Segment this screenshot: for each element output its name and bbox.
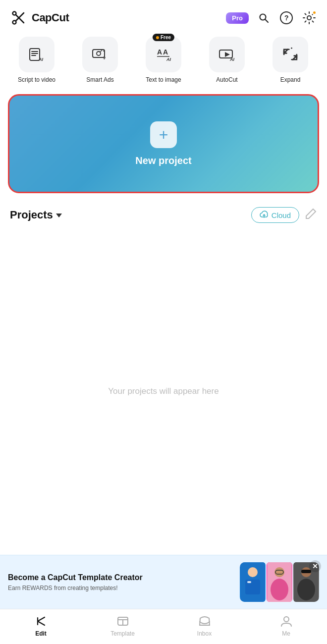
- ad-text-content: Become a CapCut Template Creator Earn RE…: [8, 573, 240, 592]
- svg-rect-10: [30, 49, 40, 60]
- svg-point-42: [297, 579, 315, 600]
- svg-point-3: [13, 21, 16, 24]
- quick-action-smart-ads[interactable]: + Smart Ads: [69, 37, 131, 83]
- logo-area: CapCut: [10, 9, 69, 27]
- ad-close-button[interactable]: ✕: [309, 560, 321, 572]
- help-button[interactable]: ?: [278, 10, 294, 26]
- svg-point-37: [271, 579, 288, 600]
- svg-point-9: [307, 16, 311, 20]
- template-nav-icon: [116, 614, 130, 628]
- svg-text:A: A: [163, 48, 168, 56]
- quick-action-label: Smart Ads: [86, 76, 113, 83]
- new-project-label: New project: [135, 155, 191, 166]
- svg-line-43: [38, 617, 45, 621]
- nav-item-inbox[interactable]: Inbox: [164, 614, 245, 637]
- edit-nav-icon: [34, 614, 48, 628]
- svg-text:AI: AI: [166, 57, 171, 62]
- new-project-wrapper: + New project: [0, 89, 327, 198]
- svg-marker-26: [225, 52, 230, 57]
- svg-rect-34: [247, 581, 251, 583]
- nav-item-edit[interactable]: Edit: [0, 614, 82, 637]
- ad-title: Become a CapCut Template Creator: [8, 573, 240, 583]
- quick-action-text-to-image[interactable]: Free A A AI Text to image: [133, 37, 194, 83]
- svg-line-44: [38, 621, 45, 625]
- quick-action-label: Script to video: [18, 76, 55, 83]
- plus-icon: +: [150, 121, 177, 148]
- projects-title: Projects: [10, 209, 53, 221]
- svg-text:?: ?: [284, 14, 289, 22]
- cloud-label: Cloud: [272, 211, 291, 219]
- pro-badge[interactable]: Pro: [226, 12, 249, 24]
- ad-subtitle: Earn REWARDS from creating templates!: [8, 585, 240, 591]
- quick-actions-row: AI Script to video + Smart Ads Free: [0, 33, 327, 89]
- quick-action-label: Text to image: [146, 76, 181, 83]
- svg-text:+: +: [103, 56, 106, 61]
- bottom-nav: Edit Template Inbox Me: [0, 609, 327, 644]
- quick-action-autocut[interactable]: AI AutoCut: [196, 37, 258, 83]
- svg-line-6: [266, 20, 269, 23]
- svg-text:A: A: [157, 48, 162, 56]
- nav-label-me: Me: [282, 630, 290, 637]
- nav-item-me[interactable]: Me: [245, 614, 327, 637]
- free-badge: Free: [153, 34, 174, 41]
- nav-label-template: Template: [110, 630, 135, 637]
- ad-banner: Become a CapCut Template Creator Earn RE…: [0, 555, 327, 609]
- svg-point-49: [284, 617, 289, 622]
- projects-title-row: Projects: [10, 209, 62, 221]
- header: CapCut Pro ?: [0, 0, 327, 33]
- inbox-nav-icon: [198, 614, 212, 628]
- ad-image-1: [240, 562, 266, 602]
- ad-image-2: [267, 562, 292, 602]
- quick-action-label: AutoCut: [216, 76, 237, 83]
- logo-text: CapCut: [32, 11, 69, 24]
- search-button[interactable]: [256, 10, 272, 26]
- cloud-button[interactable]: Cloud: [251, 207, 299, 223]
- svg-point-36: [274, 567, 284, 577]
- quick-action-script-to-video[interactable]: AI Script to video: [6, 37, 67, 83]
- empty-state: Your projects will appear here: [0, 228, 327, 555]
- nav-label-inbox: Inbox: [197, 630, 212, 637]
- edit-projects-button[interactable]: [305, 208, 317, 222]
- nav-item-template[interactable]: Template: [82, 614, 164, 637]
- svg-text:AI: AI: [229, 57, 234, 62]
- quick-action-expand[interactable]: Expand: [260, 37, 321, 83]
- settings-button[interactable]: [301, 10, 317, 26]
- projects-dropdown-arrow[interactable]: [56, 214, 62, 217]
- notification-dot: [312, 10, 317, 15]
- svg-point-5: [260, 14, 266, 20]
- me-nav-icon: [279, 614, 293, 628]
- svg-point-32: [248, 567, 258, 577]
- svg-text:AI: AI: [38, 57, 43, 62]
- nav-label-edit: Edit: [35, 630, 47, 637]
- svg-line-18: [100, 50, 102, 52]
- svg-point-17: [97, 52, 101, 55]
- logo-icon: [10, 9, 28, 27]
- empty-state-text: Your projects will appear here: [108, 386, 218, 396]
- new-project-button[interactable]: + New project: [8, 94, 319, 193]
- ad-images: [240, 562, 319, 602]
- projects-actions: Cloud: [251, 207, 317, 223]
- quick-action-label: Expand: [280, 76, 301, 83]
- svg-point-4: [13, 12, 16, 15]
- svg-rect-41: [301, 570, 311, 573]
- projects-header: Projects Cloud: [0, 198, 327, 228]
- cloud-icon: [260, 211, 269, 219]
- header-right: Pro ?: [226, 10, 317, 26]
